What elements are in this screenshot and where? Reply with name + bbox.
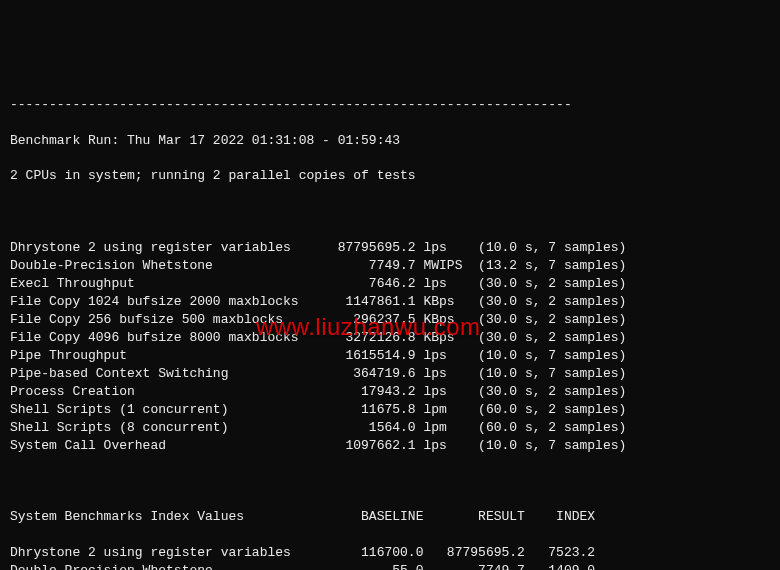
terminal-output: ----------------------------------------… <box>10 78 770 570</box>
result-row: File Copy 256 bufsize 500 maxblocks 2962… <box>10 311 770 329</box>
index-header: System Benchmarks Index Values BASELINE … <box>10 508 770 526</box>
result-row: Execl Throughput 7646.2 lps (30.0 s, 2 s… <box>10 275 770 293</box>
results-table: Dhrystone 2 using register variables 877… <box>10 239 770 454</box>
blank-line <box>10 472 770 490</box>
benchmark-run-header: Benchmark Run: Thu Mar 17 2022 01:31:08 … <box>10 132 770 150</box>
result-row: Pipe-based Context Switching 364719.6 lp… <box>10 365 770 383</box>
result-row: Process Creation 17943.2 lps (30.0 s, 2 … <box>10 383 770 401</box>
result-row: File Copy 4096 bufsize 8000 maxblocks 32… <box>10 329 770 347</box>
blank-line <box>10 203 770 221</box>
index-row: Double-Precision Whetstone 55.0 7749.7 1… <box>10 562 770 570</box>
result-row: Double-Precision Whetstone 7749.7 MWIPS … <box>10 257 770 275</box>
index-table: Dhrystone 2 using register variables 116… <box>10 544 770 570</box>
result-row: Shell Scripts (1 concurrent) 11675.8 lpm… <box>10 401 770 419</box>
result-row: System Call Overhead 1097662.1 lps (10.0… <box>10 437 770 455</box>
cpu-info-header: 2 CPUs in system; running 2 parallel cop… <box>10 167 770 185</box>
result-row: Shell Scripts (8 concurrent) 1564.0 lpm … <box>10 419 770 437</box>
index-row: Dhrystone 2 using register variables 116… <box>10 544 770 562</box>
result-row: Pipe Throughput 1615514.9 lps (10.0 s, 7… <box>10 347 770 365</box>
result-row: File Copy 1024 bufsize 2000 maxblocks 11… <box>10 293 770 311</box>
result-row: Dhrystone 2 using register variables 877… <box>10 239 770 257</box>
separator-line: ----------------------------------------… <box>10 96 770 114</box>
